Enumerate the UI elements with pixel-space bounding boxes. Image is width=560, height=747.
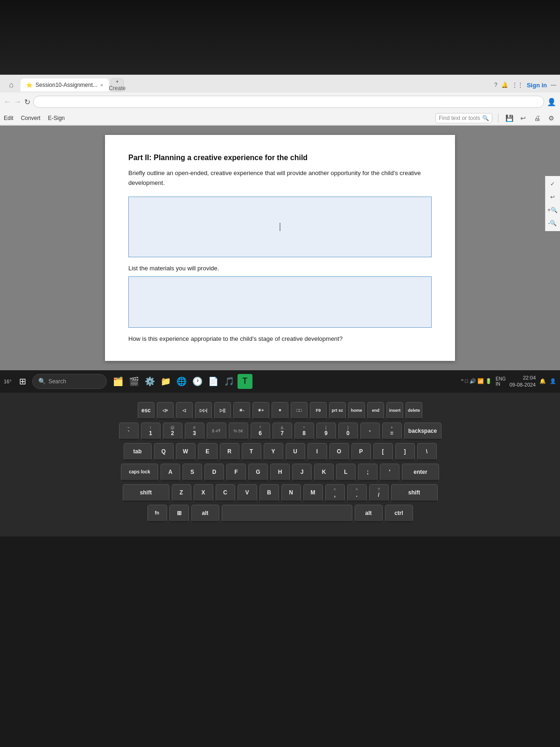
key-f9[interactable]: F9 xyxy=(310,402,327,420)
key-4[interactable]: $ 4₹ xyxy=(207,423,226,440)
notification-icon[interactable]: 🔔 xyxy=(501,82,508,88)
key-rbracket[interactable]: ] xyxy=(395,443,415,461)
key-capslock[interactable]: caps lock xyxy=(121,464,158,481)
key-f2[interactable]: ◁ xyxy=(176,402,193,420)
help-icon[interactable]: ? xyxy=(494,82,497,88)
key-enter[interactable]: enter xyxy=(402,464,439,481)
key-lbracket[interactable]: [ xyxy=(373,443,393,461)
key-h[interactable]: H xyxy=(270,464,290,481)
undo-icon[interactable]: ↩ xyxy=(518,113,528,123)
key-f12[interactable]: end xyxy=(367,402,384,420)
key-t[interactable]: T xyxy=(242,443,261,461)
key-1[interactable]: !1 xyxy=(141,423,161,440)
key-a[interactable]: A xyxy=(161,464,180,481)
key-semicolon[interactable]: ; xyxy=(358,464,378,481)
taskbar-clock-icon[interactable]: 🕐 xyxy=(190,374,205,389)
key-g[interactable]: G xyxy=(248,464,268,481)
menu-esign[interactable]: E-Sign xyxy=(48,115,65,121)
key-7[interactable]: &7 xyxy=(273,423,292,440)
key-f6[interactable]: ☀+ xyxy=(252,402,269,420)
key-o[interactable]: O xyxy=(329,443,349,461)
key-quote[interactable]: ' xyxy=(380,464,399,481)
print-icon[interactable]: 🖨 xyxy=(532,113,542,123)
key-f8[interactable]: □□ xyxy=(291,402,308,420)
key-f1[interactable]: ◁× xyxy=(157,402,174,420)
key-u[interactable]: U xyxy=(286,443,305,461)
apps-icon[interactable]: ⋮⋮ xyxy=(512,82,523,88)
taskbar-search-box[interactable]: 🔍 Search xyxy=(32,374,107,389)
taskbar-files-icon[interactable]: 🗂️ xyxy=(111,374,126,389)
key-f10[interactable]: prt sc xyxy=(329,402,346,420)
tab-close-icon[interactable]: × xyxy=(100,82,103,88)
key-i[interactable]: I xyxy=(308,443,327,461)
key-r[interactable]: R xyxy=(220,443,239,461)
sign-in-button[interactable]: Sign in xyxy=(527,82,547,89)
key-f11[interactable]: home xyxy=(348,402,365,420)
key-alt-right[interactable]: alt xyxy=(355,505,383,522)
menu-convert[interactable]: Convert xyxy=(21,115,41,121)
key-fn[interactable]: fn xyxy=(147,505,167,522)
browser-tab-active[interactable]: ⭐ Session10-Assignment... × xyxy=(21,78,109,92)
key-q[interactable]: Q xyxy=(154,443,174,461)
key-d[interactable]: D xyxy=(204,464,224,481)
key-2[interactable]: @2 xyxy=(163,423,182,440)
taskbar-avatar[interactable]: 👤 xyxy=(550,378,556,384)
key-f[interactable]: F xyxy=(226,464,246,481)
key-j[interactable]: J xyxy=(292,464,312,481)
reload-icon[interactable]: ↻ xyxy=(24,98,30,106)
new-tab-button[interactable]: + Create xyxy=(111,78,124,92)
key-f4[interactable]: ▷|| xyxy=(214,402,231,420)
key-insert[interactable]: insert xyxy=(386,402,403,420)
key-e[interactable]: E xyxy=(198,443,217,461)
key-period[interactable]: >. xyxy=(347,484,367,502)
key-9[interactable]: (9 xyxy=(316,423,336,440)
key-0[interactable]: )0 xyxy=(338,423,358,440)
key-f5[interactable]: ☀- xyxy=(233,402,250,420)
more-tools-icon[interactable]: ⚙ xyxy=(546,113,556,123)
key-f7[interactable]: ✦ xyxy=(272,402,288,420)
key-3[interactable]: #3 xyxy=(185,423,204,440)
taskbar-pdf-icon[interactable]: 📄 xyxy=(206,374,221,389)
key-m[interactable]: M xyxy=(303,484,323,502)
key-shift-right[interactable]: shift xyxy=(391,484,438,502)
key-z[interactable]: Z xyxy=(172,484,191,502)
key-5[interactable]: % 5€ xyxy=(229,423,248,440)
key-x[interactable]: X xyxy=(194,484,213,502)
taskbar-green-icon[interactable]: T xyxy=(238,374,252,389)
key-backspace[interactable]: backspace xyxy=(404,423,441,440)
key-k[interactable]: K xyxy=(314,464,334,481)
taskbar-music-icon[interactable]: 🎵 xyxy=(222,374,237,389)
key-n[interactable]: N xyxy=(281,484,301,502)
key-comma[interactable]: <, xyxy=(325,484,345,502)
key-alt-left[interactable]: alt xyxy=(191,505,219,522)
key-slash[interactable]: ?/ xyxy=(369,484,389,502)
start-button[interactable]: ⊞ xyxy=(15,374,30,389)
key-esc[interactable]: esc xyxy=(138,402,154,420)
sidebar-undo-icon[interactable]: ↩ xyxy=(547,192,558,202)
taskbar-browser-icon[interactable]: 🌐 xyxy=(174,374,189,389)
key-space[interactable] xyxy=(222,505,352,522)
key-minus[interactable]: - xyxy=(360,423,380,440)
key-equals[interactable]: += xyxy=(382,423,402,440)
address-input[interactable] xyxy=(33,96,544,108)
key-shift-left[interactable]: shift xyxy=(123,484,169,502)
key-delete[interactable]: delete xyxy=(406,402,422,420)
key-l[interactable]: L xyxy=(336,464,356,481)
profile-icon[interactable]: 👤 xyxy=(547,98,556,106)
taskbar-settings-icon[interactable]: ⚙️ xyxy=(142,374,157,389)
key-ctrl-right[interactable]: ctrl xyxy=(385,505,413,522)
pdf-materials-field[interactable] xyxy=(128,276,432,328)
key-tilde[interactable]: ~` xyxy=(119,423,139,440)
sidebar-zoom-out-icon[interactable]: -🔍 xyxy=(547,218,558,228)
key-y[interactable]: Y xyxy=(264,443,283,461)
minimize-button[interactable]: — xyxy=(551,82,556,88)
home-icon[interactable]: ⌂ xyxy=(4,78,19,92)
key-b[interactable]: B xyxy=(259,484,279,502)
key-v[interactable]: V xyxy=(238,484,257,502)
save-icon[interactable]: 💾 xyxy=(504,113,514,123)
key-win[interactable]: ⊞ xyxy=(169,505,189,522)
key-p[interactable]: P xyxy=(351,443,371,461)
key-s[interactable]: S xyxy=(182,464,202,481)
key-backslash[interactable]: \ xyxy=(417,443,437,461)
find-text-box[interactable]: Find text or tools 🔍 xyxy=(435,113,492,123)
